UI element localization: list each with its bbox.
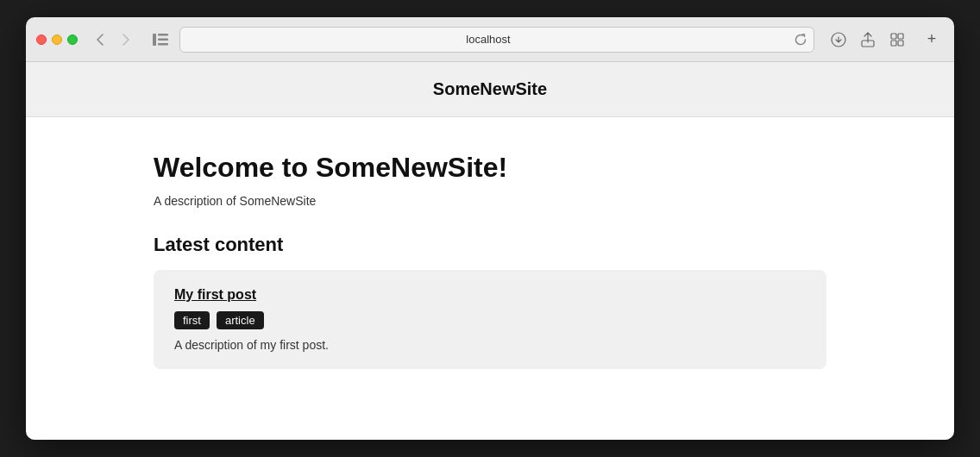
traffic-lights xyxy=(36,34,78,45)
post-title-link[interactable]: My first post xyxy=(174,287,256,303)
minimize-button[interactable] xyxy=(52,34,62,45)
svg-rect-6 xyxy=(891,34,896,39)
share-button[interactable] xyxy=(854,26,882,53)
browser-window: + SomeNewSite Welcome to SomeNewSite! A … xyxy=(26,17,954,440)
back-button[interactable] xyxy=(88,28,112,52)
post-tags: first article xyxy=(174,311,806,329)
sidebar-button[interactable] xyxy=(148,28,173,52)
new-tab-button[interactable]: + xyxy=(920,28,944,52)
toolbar-actions xyxy=(825,26,911,53)
maximize-button[interactable] xyxy=(67,34,78,45)
nav-buttons xyxy=(88,28,138,52)
site-title: SomeNewSite xyxy=(433,79,547,98)
site-description: A description of SomeNewSite xyxy=(154,194,826,208)
tag-article: article xyxy=(217,311,264,329)
welcome-heading: Welcome to SomeNewSite! xyxy=(154,152,826,184)
download-button[interactable] xyxy=(825,26,852,53)
svg-rect-7 xyxy=(898,34,903,39)
browser-toolbar: + xyxy=(26,17,954,62)
latest-content-heading: Latest content xyxy=(154,234,826,256)
post-description: A description of my first post. xyxy=(174,338,806,352)
address-bar-container xyxy=(179,27,814,53)
svg-rect-8 xyxy=(891,41,896,46)
site-header: SomeNewSite xyxy=(26,62,954,117)
post-card: My first post first article A descriptio… xyxy=(154,270,826,369)
svg-rect-0 xyxy=(153,34,156,46)
svg-rect-9 xyxy=(898,41,903,46)
tab-overview-button[interactable] xyxy=(883,26,911,53)
svg-rect-1 xyxy=(158,34,168,36)
tag-first: first xyxy=(174,311,210,329)
close-button[interactable] xyxy=(36,34,47,45)
address-bar[interactable] xyxy=(187,33,789,46)
forward-button[interactable] xyxy=(114,28,138,52)
reload-button[interactable] xyxy=(795,34,807,46)
svg-rect-3 xyxy=(158,43,168,46)
page-body: Welcome to SomeNewSite! A description of… xyxy=(136,117,844,386)
page-content: SomeNewSite Welcome to SomeNewSite! A de… xyxy=(26,62,954,440)
svg-rect-2 xyxy=(158,38,168,41)
